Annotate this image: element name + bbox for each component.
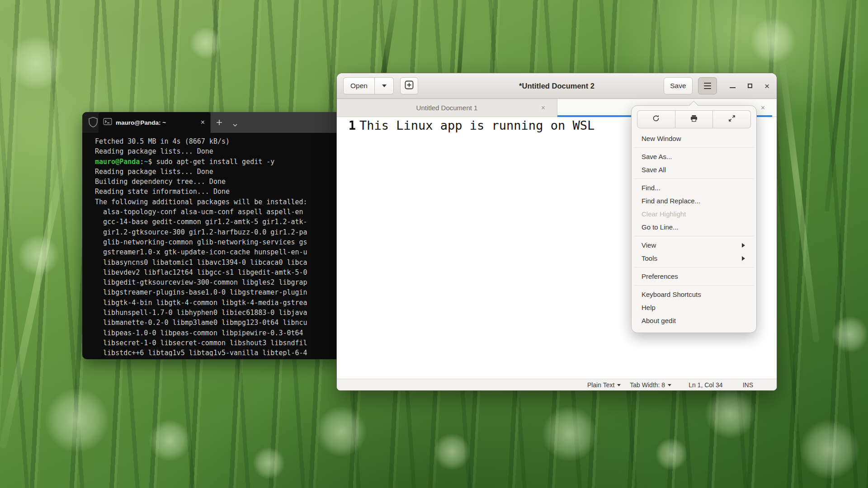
terminal-line: gstreamer1.0-x gtk-update-icon-cache hun… bbox=[95, 247, 344, 257]
close-tab-icon[interactable] bbox=[200, 119, 206, 126]
menu-item-label: Save All bbox=[642, 166, 748, 174]
bokeh-spot bbox=[18, 235, 59, 276]
menu-item-new-window[interactable]: New Window bbox=[637, 132, 751, 145]
menu-item-keyboard-shortcuts[interactable]: Keyboard Shortcuts bbox=[637, 288, 751, 301]
gedit-window: Open *Untitled Document 2 Save bbox=[337, 73, 777, 390]
menu-item-label: Preferences bbox=[642, 272, 748, 280]
menu-item-label: Save As... bbox=[642, 153, 748, 160]
terminal-line: Building dependency tree... Done bbox=[95, 177, 344, 187]
terminal-line: libhunspell-1.7-0 libhyphen0 libiec61883… bbox=[95, 308, 344, 318]
terminal-line: The following additional packages will b… bbox=[95, 197, 344, 207]
menu-separator bbox=[634, 267, 754, 267]
close-tab-icon[interactable] bbox=[541, 104, 545, 112]
chevron-down-icon[interactable] bbox=[232, 121, 238, 129]
menu-item-view[interactable]: View bbox=[637, 239, 751, 252]
editor-line-text[interactable]: This Linux app is running on WSL bbox=[356, 118, 594, 132]
bokeh-spot bbox=[316, 407, 366, 456]
terminal-line: libasyncns0 libatomic1 libavc1394-0 libc… bbox=[95, 258, 344, 267]
print-button[interactable] bbox=[675, 110, 713, 128]
menu-item-label: About gedit bbox=[642, 317, 748, 324]
menu-item-label: New Window bbox=[642, 135, 748, 142]
menu-item-find[interactable]: Find... bbox=[637, 181, 751, 194]
reload-button[interactable] bbox=[637, 110, 675, 128]
close-window-icon[interactable] bbox=[764, 82, 769, 90]
close-tab-icon[interactable] bbox=[761, 104, 765, 112]
terminal-line: libstdc++6 libtag1v5 libtag1v5-vanilla l… bbox=[95, 348, 344, 356]
terminal-line: Reading package lists... Done bbox=[95, 167, 344, 177]
menu-list: New WindowSave As...Save AllFind...Find … bbox=[637, 132, 751, 327]
admin-shield-icon bbox=[88, 117, 98, 130]
terminal-line: libmanette-0.2-0 libmp3lame0 libmpg123-0… bbox=[95, 318, 344, 328]
bokeh-spot bbox=[253, 447, 285, 479]
insert-mode-indicator[interactable]: INS bbox=[743, 381, 753, 389]
terminal-line: libgstreamer-plugins-base1.0-0 libgstrea… bbox=[95, 287, 344, 297]
bokeh-spot bbox=[656, 438, 687, 470]
terminal-tab[interactable]: mauro@Panda: ~ bbox=[99, 112, 210, 133]
tab-untitled-document-1[interactable]: Untitled Document 1 bbox=[337, 99, 557, 117]
terminal-line: mauro@Panda:~$ sudo apt-get install gedi… bbox=[95, 157, 344, 167]
open-button[interactable]: Open bbox=[343, 77, 375, 94]
cmd-window-icon bbox=[103, 118, 112, 127]
new-document-button[interactable] bbox=[400, 77, 418, 94]
cursor-position[interactable]: Ln 1, Col 34 bbox=[689, 381, 723, 389]
minimize-icon[interactable] bbox=[730, 87, 736, 88]
terminal-line: Reading state information... Done bbox=[95, 187, 344, 197]
menu-item-save-all[interactable]: Save All bbox=[637, 163, 751, 176]
fullscreen-button[interactable] bbox=[713, 110, 751, 128]
caret-down-icon bbox=[617, 384, 621, 388]
caret-down-icon bbox=[668, 384, 671, 388]
terminal-titlebar-strip bbox=[211, 112, 344, 133]
print-icon bbox=[690, 114, 698, 124]
grass-blade bbox=[778, 55, 820, 343]
terminal-line: Fetched 30.5 MB in 4s (8667 kB/s) bbox=[95, 136, 344, 146]
gedit-statusbar: Plain Text Tab Width: 8 Ln 1, Col 34 INS bbox=[337, 379, 777, 390]
bokeh-spot bbox=[542, 407, 597, 461]
menu-item-preferences[interactable]: Preferences bbox=[637, 270, 751, 283]
menu-item-find-and-replace[interactable]: Find and Replace... bbox=[637, 194, 751, 207]
tab-width-selector[interactable]: Tab Width: 8 bbox=[630, 381, 671, 389]
terminal-tab-title: mauro@Panda: ~ bbox=[116, 119, 200, 126]
hamburger-menu-popover: New WindowSave As...Save AllFind...Find … bbox=[631, 105, 757, 333]
terminal-titlebar[interactable]: mauro@Panda: ~ bbox=[82, 112, 344, 133]
menu-item-label: Find... bbox=[642, 184, 748, 192]
menu-item-save-as[interactable]: Save As... bbox=[637, 150, 751, 163]
open-button-label: Open bbox=[350, 82, 368, 90]
menu-item-tools[interactable]: Tools bbox=[637, 252, 751, 265]
bokeh-spot bbox=[832, 316, 868, 352]
terminal-output[interactable]: Fetched 30.5 MB in 4s (8667 kB/s)Reading… bbox=[82, 133, 344, 356]
fullscreen-icon bbox=[728, 114, 736, 124]
menu-separator bbox=[634, 236, 754, 236]
menu-item-label: Go to Line... bbox=[642, 223, 748, 231]
save-button[interactable]: Save bbox=[664, 77, 693, 94]
bokeh-spot bbox=[190, 27, 222, 59]
open-recent-dropdown-button[interactable] bbox=[375, 77, 394, 94]
grass-blade bbox=[825, 0, 853, 212]
menu-item-about-gedit[interactable]: About gedit bbox=[637, 314, 751, 327]
window-title: *Untitled Document 2 bbox=[427, 82, 686, 90]
terminal-window: mauro@Panda: ~ Fetched 30.5 MB in 4s (86… bbox=[82, 112, 344, 359]
reload-icon bbox=[652, 114, 660, 124]
menu-separator bbox=[634, 178, 754, 179]
menu-item-go-to-line[interactable]: Go to Line... bbox=[637, 221, 751, 234]
new-tab-icon[interactable] bbox=[216, 119, 222, 127]
terminal-line: libpeas-1.0-0 libpeas-common libpipewire… bbox=[95, 328, 344, 338]
menu-item-label: Keyboard Shortcuts bbox=[642, 291, 748, 298]
menu-item-label: Tools bbox=[642, 254, 742, 262]
terminal-line: gcc-14-base gedit-common gir1.2-amtk-5 g… bbox=[95, 217, 344, 227]
terminal-line: alsa-topology-conf alsa-ucm-conf aspell … bbox=[95, 207, 344, 217]
submenu-arrow-icon bbox=[742, 256, 747, 261]
maximize-icon[interactable] bbox=[748, 84, 752, 88]
gedit-headerbar[interactable]: Open *Untitled Document 2 Save bbox=[337, 73, 777, 99]
terminal-line: gir1.2-gtksource-300 gir1.2-harfbuzz-0.0… bbox=[95, 227, 344, 237]
terminal-line: libevdev2 libflac12t64 libgcc-s1 libgedi… bbox=[95, 267, 344, 277]
terminal-line: libgedit-gtksourceview-300-common libgle… bbox=[95, 277, 344, 287]
terminal-line: libgtk-4-bin libgtk-4-common libgtk-4-me… bbox=[95, 298, 344, 308]
hamburger-menu-button[interactable] bbox=[698, 77, 717, 94]
bokeh-spot bbox=[9, 36, 63, 90]
language-selector[interactable]: Plain Text bbox=[587, 381, 621, 389]
bokeh-spot bbox=[800, 420, 859, 479]
menu-separator bbox=[634, 285, 754, 286]
menu-item-clear-highlight: Clear Highlight bbox=[637, 207, 751, 221]
menu-item-help[interactable]: Help bbox=[637, 301, 751, 314]
bokeh-spot bbox=[750, 18, 796, 63]
